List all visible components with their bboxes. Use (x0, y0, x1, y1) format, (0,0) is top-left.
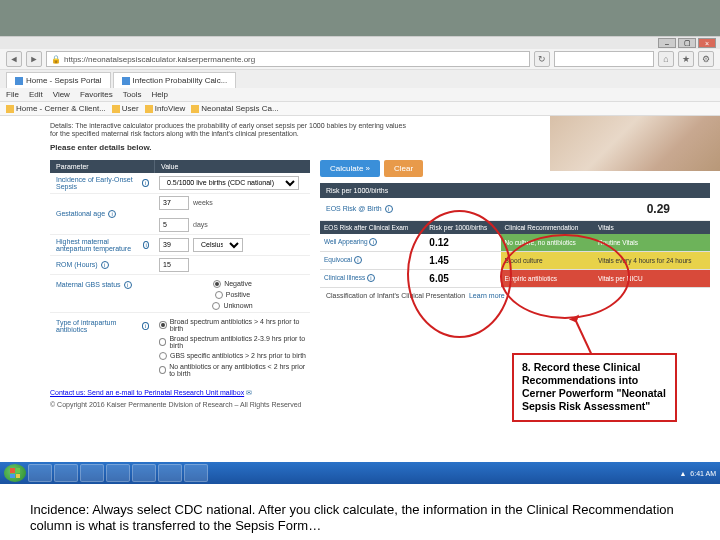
cell-vitals: Vitals every 4 hours for 24 hours (594, 251, 710, 269)
taskbar-app-word[interactable] (106, 464, 130, 482)
menu-tools[interactable]: Tools (123, 90, 142, 99)
link-icon (145, 105, 153, 113)
clear-button[interactable]: Clear (384, 160, 423, 177)
home-button[interactable]: ⌂ (658, 51, 674, 67)
taskbar-app-excel[interactable] (132, 464, 156, 482)
tools-button[interactable]: ⚙ (698, 51, 714, 67)
row-gbs: Maternal GBS statusi Negative Positive U… (50, 275, 310, 313)
classification-row: Classification of Infant's Clinical Pres… (320, 288, 710, 303)
row-rom: ROM (Hours)i (50, 256, 310, 275)
start-button[interactable] (4, 464, 26, 482)
contact-link[interactable]: Contact us: Send an e-mail to Perinatal … (50, 389, 244, 396)
menu-edit[interactable]: Edit (29, 90, 43, 99)
menu-help[interactable]: Help (151, 90, 167, 99)
menu-view[interactable]: View (53, 90, 70, 99)
system-tray[interactable]: ▲ 6:41 AM (679, 470, 716, 477)
taskbar-app-explorer[interactable] (54, 464, 78, 482)
table-row: Well Appearing i0.12No culture, no antib… (320, 234, 710, 252)
back-button[interactable]: ◄ (6, 51, 22, 67)
windows-taskbar: ▲ 6:41 AM (0, 462, 720, 484)
select-temp-unit[interactable]: Celsius (193, 238, 243, 252)
bookmark-item[interactable]: InfoView (145, 104, 186, 113)
radio-abx-broad-4[interactable]: Broad spectrum antibiotics > 4 hrs prior… (159, 318, 306, 332)
info-icon[interactable]: i (367, 274, 375, 282)
close-button[interactable]: × (698, 38, 716, 48)
link-icon (112, 105, 120, 113)
radio-icon (212, 302, 220, 310)
radio-gbs-unknown[interactable]: Unknown (212, 302, 252, 310)
maximize-button[interactable]: ▢ (678, 38, 696, 48)
clock-text: 6:41 AM (690, 470, 716, 477)
taskbar-app-outlook[interactable] (80, 464, 104, 482)
radio-abx-none[interactable]: No antibiotics or any antibiotics < 2 hr… (159, 363, 306, 377)
info-icon[interactable]: i (143, 241, 149, 249)
calculate-button[interactable]: Calculate » (320, 160, 380, 177)
windows-logo-icon (10, 468, 20, 478)
th-exam: EOS Risk after Clinical Exam (320, 221, 425, 234)
info-icon[interactable]: i (142, 179, 149, 187)
input-gest-weeks[interactable] (159, 196, 189, 210)
cell-recommendation: Blood culture (501, 251, 594, 269)
learn-more-link[interactable]: Learn more (469, 292, 505, 299)
browser-search-input[interactable] (554, 51, 654, 67)
instruction-text: Incidence: Always select CDC national. A… (0, 494, 720, 535)
menubar: File Edit View Favorites Tools Help (0, 88, 720, 102)
radio-abx-gbs[interactable]: GBS specific antibiotics > 2 hrs prior t… (159, 352, 306, 360)
tray-icon: ▲ (679, 470, 686, 477)
favorites-button[interactable]: ★ (678, 51, 694, 67)
select-incidence[interactable]: 0.5/1000 live births (CDC national) (159, 176, 299, 190)
minimize-button[interactable]: – (658, 38, 676, 48)
info-icon[interactable]: i (354, 256, 362, 264)
taskbar-app-ie[interactable] (28, 464, 52, 482)
risk-header: Risk per 1000/births (320, 183, 710, 198)
unit-weeks: weeks (193, 199, 213, 206)
row-maternal-temp: Highest maternal antepartum temperaturei… (50, 235, 310, 256)
taskbar-app-other[interactable] (184, 464, 208, 482)
folder-icon (6, 105, 14, 113)
radio-icon (159, 338, 166, 346)
form-header: Parameter Value (50, 160, 310, 173)
label-maternal-temp: Highest maternal antepartum temperaturei (50, 235, 155, 255)
slide-top-bar (0, 0, 720, 36)
content-columns: Parameter Value Incidence of Early-Onset… (0, 156, 720, 383)
info-icon[interactable]: i (142, 322, 149, 330)
taskbar-app-powerpoint[interactable] (158, 464, 182, 482)
reload-button[interactable]: ↻ (534, 51, 550, 67)
forward-button[interactable]: ► (26, 51, 42, 67)
radio-icon (159, 366, 166, 374)
address-text: https://neonatalsepsiscalculator.kaiserp… (64, 55, 255, 64)
th-recommendation: Clinical Recommendation (501, 221, 594, 234)
info-icon[interactable]: i (108, 210, 116, 218)
info-icon[interactable]: i (101, 261, 109, 269)
info-icon[interactable]: i (124, 281, 132, 289)
input-gest-days[interactable] (159, 218, 189, 232)
unit-days: days (193, 221, 208, 228)
info-icon[interactable]: i (369, 238, 377, 246)
menu-file[interactable]: File (6, 90, 19, 99)
th-risk: Risk per 1000/births (425, 221, 500, 234)
input-rom[interactable] (159, 258, 189, 272)
cell-exam-label: Equivocal i (320, 251, 425, 269)
radio-gbs-negative[interactable]: Negative (213, 280, 252, 288)
bookmark-label: User (122, 104, 139, 113)
bookmark-item[interactable]: Neonatal Sepsis Ca... (191, 104, 278, 113)
address-input[interactable]: 🔒 https://neonatalsepsiscalculator.kaise… (46, 51, 530, 67)
radio-abx-broad-2[interactable]: Broad spectrum antibiotics 2-3.9 hrs pri… (159, 335, 306, 349)
lock-icon: 🔒 (51, 55, 61, 64)
label-gestational-age: Gestational agei (50, 207, 155, 221)
tab-home[interactable]: Home - Sepsis Portal (6, 72, 111, 88)
mail-icon: ✉ (246, 389, 252, 396)
table-row: Equivocal i1.45Blood cultureVitals every… (320, 251, 710, 269)
th-vitals: Vitals (594, 221, 710, 234)
bookmark-item[interactable]: Home - Cerner & Client... (6, 104, 106, 113)
bookmark-item[interactable]: User (112, 104, 139, 113)
tab-calculator[interactable]: Infection Probability Calc... (113, 72, 237, 88)
callout-text: 8. Record these Clinical Recommendations… (522, 361, 666, 412)
header-image (550, 116, 720, 171)
info-icon[interactable]: i (385, 205, 393, 213)
classification-label: Classification of Infant's Clinical Pres… (326, 292, 465, 299)
input-temp[interactable] (159, 238, 189, 252)
cell-risk: 6.05 (425, 269, 500, 287)
radio-gbs-positive[interactable]: Positive (215, 291, 251, 299)
menu-favorites[interactable]: Favorites (80, 90, 113, 99)
